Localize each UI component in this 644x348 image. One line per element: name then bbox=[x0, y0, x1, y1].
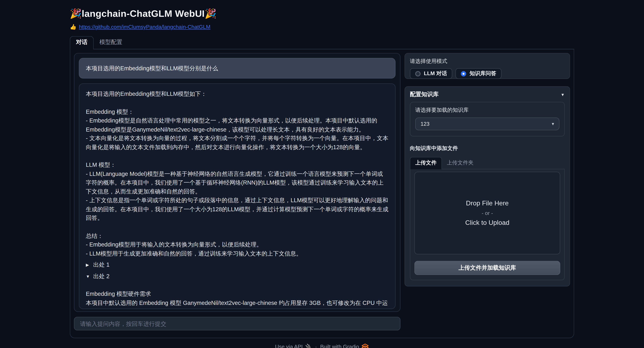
chevron-down-icon: ▼ bbox=[561, 92, 565, 97]
mode-panel: 请选择使用模式 LLM 对话 知识库问答 bbox=[404, 53, 570, 79]
llm-bullet: - 上下文信息是指一个单词或字符所处的句子或段落中的信息，通过上下文信息，LLM… bbox=[86, 196, 388, 222]
thumbs-up-icon: 👍 bbox=[70, 24, 76, 30]
embedding-bullet: - Embedding模型是自然语言处理中常用的模型之一，将文本转换为向量形式，… bbox=[86, 116, 388, 134]
user-message: 本项目选用的Embedding模型和LLM模型分别是什么 bbox=[79, 58, 396, 78]
summary-heading: 总结： bbox=[86, 232, 388, 240]
kb-accordion-header[interactable]: 配置知识库 ▼ bbox=[410, 91, 565, 98]
kb-accordion: 配置知识库 ▼ 请选择要加载的知识库 123 ▾ 向知识库中添加文件 bbox=[404, 86, 570, 286]
use-via-api-label: Use via API bbox=[275, 343, 303, 348]
gradio-logo-icon bbox=[362, 343, 369, 348]
radio-on-icon bbox=[461, 71, 466, 76]
triangle-down-icon: ▼ bbox=[86, 272, 90, 281]
radio-llm-dialogue-label: LLM 对话 bbox=[424, 70, 447, 77]
tab-upload-file[interactable]: 上传文件 bbox=[410, 157, 442, 169]
use-via-api-link[interactable]: Use via API 🔌 bbox=[275, 343, 312, 348]
radio-knowledge-base-qa-label: 知识库问答 bbox=[470, 70, 496, 77]
footer-separator: · bbox=[315, 343, 317, 348]
kb-accordion-title: 配置知识库 bbox=[410, 91, 438, 98]
app-page: 🎉langchain-ChatGLM WebUI🎉 👍 https://gith… bbox=[0, 0, 644, 348]
source-1-toggle[interactable]: ▶ 出处 1 bbox=[86, 261, 388, 269]
tab-model-config[interactable]: 模型配置 bbox=[94, 37, 128, 49]
llm-bullet: - LLM(Language Model)模型是一种基于神经网络的自然语言生成模… bbox=[86, 169, 388, 196]
kb-select[interactable]: 123 ▾ bbox=[415, 117, 560, 130]
config-column: 请选择使用模式 LLM 对话 知识库问答 bbox=[404, 53, 570, 334]
built-with-gradio-link[interactable]: Built with Gradio bbox=[320, 343, 369, 348]
main-tabbar: 对话 模型配置 bbox=[70, 36, 574, 49]
bot-intro: 本项目选用的Embedding模型和LLM模型如下： bbox=[86, 90, 388, 99]
dropzone-line-3: Click to Upload bbox=[465, 219, 510, 227]
upload-tabbar: 上传文件 上传文件夹 bbox=[410, 157, 565, 169]
source-detail-title: Embedding 模型硬件需求 bbox=[86, 290, 388, 299]
source-2-toggle[interactable]: ▼ 出处 2 bbox=[86, 272, 388, 281]
page-title: 🎉langchain-ChatGLM WebUI🎉 bbox=[70, 8, 574, 19]
add-file-label: 向知识库中添加文件 bbox=[410, 145, 565, 152]
plug-icon: 🔌 bbox=[305, 343, 312, 348]
tab-dialogue[interactable]: 对话 bbox=[70, 36, 94, 49]
tab-upload-folder[interactable]: 上传文件夹 bbox=[442, 157, 478, 169]
dropzone-line-1: Drop File Here bbox=[466, 199, 509, 208]
repo-link-row: 👍 https://github.com/imClumsyPanda/langc… bbox=[70, 24, 574, 30]
kb-select-box: 请选择要加载的知识库 123 ▾ bbox=[410, 102, 565, 136]
kb-select-label: 请选择要加载的知识库 bbox=[415, 106, 560, 114]
footer: Use via API 🔌 · Built with Gradio bbox=[70, 343, 574, 348]
file-dropzone[interactable]: Drop File Here - or - Click to Upload bbox=[414, 172, 560, 254]
chat-column: 本项目选用的Embedding模型和LLM模型分别是什么 本项目选用的Embed… bbox=[74, 53, 400, 334]
llm-heading: LLM 模型： bbox=[86, 161, 388, 170]
source-2-label: 出处 2 bbox=[93, 272, 110, 281]
mode-radio-group: LLM 对话 知识库问答 bbox=[410, 68, 565, 79]
chatbot[interactable]: 本项目选用的Embedding模型和LLM模型分别是什么 本项目选用的Embed… bbox=[74, 53, 400, 312]
radio-off-icon bbox=[415, 71, 420, 76]
dialogue-tab-content: 本项目选用的Embedding模型和LLM模型分别是什么 本项目选用的Embed… bbox=[70, 49, 574, 338]
summary-bullet: - Embedding模型用于将输入的文本转换为向量形式，以便后续处理。 bbox=[86, 240, 388, 249]
github-link[interactable]: https://github.com/imClumsyPanda/langcha… bbox=[79, 24, 210, 30]
embedding-heading: Embedding 模型： bbox=[86, 107, 388, 116]
built-with-gradio-label: Built with Gradio bbox=[320, 343, 359, 348]
source-1-label: 出处 1 bbox=[93, 261, 110, 269]
summary-bullet: - LLM模型用于生成更加准确和自然的回答，通过训练来学习输入文本的上下文信息。 bbox=[86, 249, 388, 258]
triangle-right-icon: ▶ bbox=[86, 261, 90, 269]
radio-knowledge-base-qa[interactable]: 知识库问答 bbox=[456, 68, 502, 79]
dropzone-line-2: - or - bbox=[482, 210, 493, 216]
bot-message: 本项目选用的Embedding模型和LLM模型如下： Embedding 模型：… bbox=[79, 83, 396, 309]
upload-tab-content: Drop File Here - or - Click to Upload 上传… bbox=[410, 169, 565, 280]
radio-llm-dialogue[interactable]: LLM 对话 bbox=[410, 68, 452, 79]
embedding-bullet: - 文本向量化是将文本转换为向量的过程，将文本分割成一个个字符，并将每个字符转换… bbox=[86, 134, 388, 152]
question-input[interactable] bbox=[74, 317, 400, 330]
source-detail-body: 本项目中默认选用的 Embedding 模型 GanymedeNil/text2… bbox=[86, 298, 388, 309]
dropdown-caret-icon: ▾ bbox=[552, 121, 554, 127]
mode-label: 请选择使用模式 bbox=[410, 58, 565, 65]
upload-and-load-button[interactable]: 上传文件并加载知识库 bbox=[414, 261, 560, 275]
kb-selected-value: 123 bbox=[420, 121, 430, 127]
